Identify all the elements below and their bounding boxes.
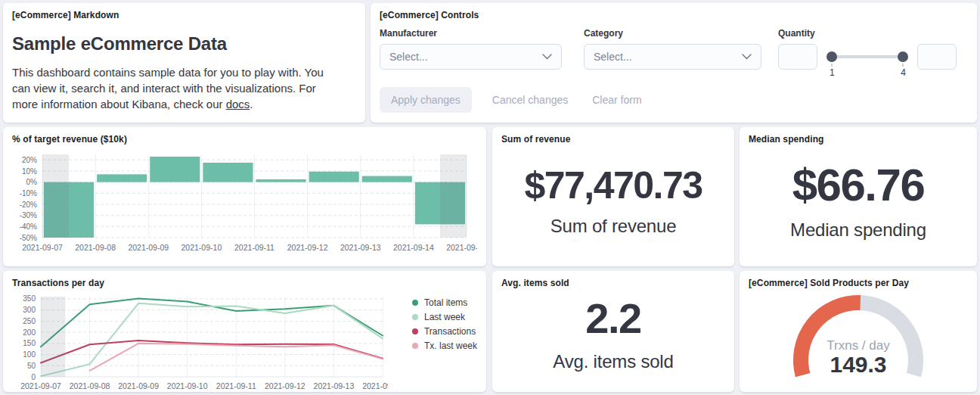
category-select[interactable]: Select...	[584, 44, 761, 70]
quantity-label: Quantity	[778, 28, 957, 39]
svg-text:-50%: -50%	[20, 234, 37, 242]
legend-item[interactable]: Transactions	[412, 324, 477, 338]
docs-link[interactable]: docs	[226, 98, 250, 110]
target-revenue-bar-chart[interactable]: 20%10%0%-10%-20%-30%-40%-50%2021-09-0720…	[12, 150, 477, 263]
svg-text:2021-09-11: 2021-09-11	[216, 381, 256, 390]
svg-text:2021-09-14: 2021-09-14	[362, 381, 388, 390]
avg-items-sold-panel: Avg. items sold 2.2 Avg. items sold	[492, 271, 734, 392]
svg-text:50: 50	[27, 362, 36, 370]
trxns-per-day-gauge[interactable]: Trxns / day149.3	[740, 289, 977, 389]
svg-text:2021-09-10: 2021-09-10	[167, 381, 208, 390]
avg-items-sold-value: 2.2	[585, 297, 640, 340]
svg-text:2021-09-14: 2021-09-14	[393, 243, 434, 252]
svg-text:-20%: -20%	[20, 201, 37, 209]
svg-text:250: 250	[23, 317, 36, 325]
legend-label: Tx. last week	[424, 341, 477, 351]
panel-title-sold-products: [eCommerce] Sold Products per Day	[749, 278, 968, 288]
slider-tick-max	[902, 64, 904, 67]
svg-text:-10%: -10%	[20, 189, 37, 198]
legend-dot-icon	[412, 328, 418, 334]
avg-items-sold-metric: 2.2 Avg. items sold	[492, 281, 734, 387]
median-spending-metric: $66.76 Median spending	[740, 141, 977, 262]
svg-text:2021-09-15: 2021-09-15	[446, 243, 477, 252]
svg-text:2021-09-07: 2021-09-07	[20, 381, 61, 390]
quantity-max-input[interactable]	[917, 44, 957, 70]
slider-track[interactable]	[830, 55, 904, 58]
panel-title-transactions: Transactions per day	[12, 278, 477, 288]
median-spending-value: $66.76	[792, 163, 925, 208]
svg-text:2021-09-08: 2021-09-08	[70, 381, 110, 390]
svg-text:0: 0	[31, 373, 36, 381]
svg-text:2021-09-12: 2021-09-12	[265, 381, 305, 390]
median-spending-label: Median spending	[790, 219, 926, 241]
sum-of-revenue-panel: Sum of revenue $77,470.73 Sum of revenue	[492, 127, 734, 266]
quantity-range-slider: 1 4	[826, 44, 909, 79]
manufacturer-placeholder: Select...	[389, 51, 428, 63]
quantity-control: Quantity 1 4	[778, 28, 957, 79]
legend-dot-icon	[412, 343, 418, 349]
sold-products-gauge-panel: [eCommerce] Sold Products per Day Trxns …	[740, 271, 977, 392]
chevron-down-icon	[542, 54, 552, 60]
legend-label: Last week	[424, 312, 465, 322]
svg-text:Trxns / day: Trxns / day	[826, 338, 890, 353]
panel-title-target-revenue: % of target revenue ($10k)	[12, 134, 477, 145]
svg-text:150: 150	[23, 339, 36, 347]
manufacturer-control: Manufacturer Select...	[380, 28, 562, 79]
panel-title-controls: [eCommerce] Controls	[380, 10, 968, 20]
svg-text:2021-09-13: 2021-09-13	[340, 243, 381, 252]
svg-text:200: 200	[23, 328, 36, 337]
legend-item[interactable]: Total items	[412, 295, 477, 309]
legend-dot-icon	[412, 300, 418, 306]
apply-changes-button[interactable]: Apply changes	[380, 87, 472, 113]
legend-item[interactable]: Last week	[412, 309, 477, 324]
svg-text:2021-09-07: 2021-09-07	[22, 243, 63, 252]
svg-text:300: 300	[23, 306, 36, 314]
svg-text:2021-09-13: 2021-09-13	[314, 381, 355, 390]
legend-item[interactable]: Tx. last week	[412, 338, 477, 353]
svg-text:100: 100	[23, 350, 36, 359]
category-placeholder: Select...	[594, 51, 632, 63]
sum-of-revenue-label: Sum of revenue	[550, 216, 677, 237]
svg-text:-30%: -30%	[20, 211, 37, 219]
chart-legend: Total itemsLast weekTransactionsTx. last…	[412, 295, 477, 353]
svg-text:2021-09-09: 2021-09-09	[118, 381, 159, 390]
category-label: Category	[584, 28, 761, 39]
svg-text:2021-09-12: 2021-09-12	[287, 243, 328, 252]
slider-handle-max[interactable]	[898, 51, 908, 62]
clear-form-button[interactable]: Clear form	[592, 94, 641, 106]
slider-tick-min	[831, 64, 833, 67]
svg-text:2021-09-10: 2021-09-10	[181, 243, 222, 252]
panel-title-markdown: [eCommerce] Markdown	[12, 10, 356, 20]
transactions-per-day-panel: Transactions per day 0501001502002503003…	[3, 271, 486, 392]
legend-label: Total items	[424, 297, 467, 308]
markdown-body: This dashboard contains sample data for …	[12, 64, 356, 112]
svg-text:-40%: -40%	[20, 222, 37, 231]
svg-text:2021-09-08: 2021-09-08	[75, 243, 116, 252]
svg-text:2021-09-11: 2021-09-11	[234, 243, 274, 252]
category-control: Category Select...	[584, 28, 761, 79]
slider-max-label: 4	[901, 67, 906, 78]
sum-of-revenue-value: $77,470.73	[524, 166, 702, 204]
markdown-heading: Sample eCommerce Data	[12, 33, 356, 54]
manufacturer-label: Manufacturer	[380, 28, 562, 39]
legend-dot-icon	[412, 314, 418, 320]
avg-items-sold-label: Avg. items sold	[553, 351, 673, 372]
median-spending-panel: Median spending $66.76 Median spending	[740, 127, 977, 266]
quantity-min-input[interactable]	[778, 44, 817, 70]
markdown-text: This dashboard contains sample data for …	[12, 66, 324, 110]
manufacturer-select[interactable]: Select...	[380, 44, 562, 70]
legend-label: Transactions	[424, 326, 476, 337]
cancel-changes-button[interactable]: Cancel changes	[492, 94, 568, 106]
slider-handle-min[interactable]	[826, 51, 837, 62]
transactions-line-chart[interactable]: 0501001502002503003502021-09-072021-09-0…	[12, 294, 388, 389]
svg-text:149.3: 149.3	[830, 352, 886, 377]
slider-min-label: 1	[830, 67, 835, 78]
svg-text:2021-09-09: 2021-09-09	[128, 243, 169, 252]
sum-of-revenue-metric: $77,470.73 Sum of revenue	[492, 141, 734, 262]
target-revenue-panel: % of target revenue ($10k) 20%10%0%-10%-…	[3, 127, 486, 266]
svg-text:350: 350	[23, 294, 36, 303]
svg-text:20%: 20%	[22, 156, 37, 164]
controls-panel: [eCommerce] Controls Manufacturer Select…	[371, 3, 977, 123]
markdown-text-end: .	[250, 98, 253, 110]
markdown-panel: [eCommerce] Markdown Sample eCommerce Da…	[3, 3, 365, 123]
